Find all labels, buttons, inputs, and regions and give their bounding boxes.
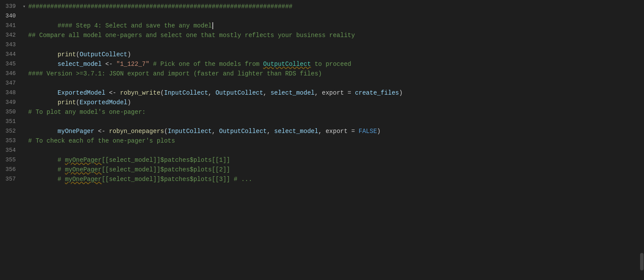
line-content-339: ########################################…	[28, 2, 644, 11]
table-row: 355 # myOnePager[[select_model]]$patches…	[0, 155, 644, 165]
table-row: 354 # myOnePager[[select_model]]$patches…	[0, 146, 644, 155]
table-row: 351 myOnePager <- robyn_onepagers(InputC…	[0, 117, 644, 126]
table-row: 353 # To check each of the one-pager's p…	[0, 136, 644, 146]
table-row: 352	[0, 126, 644, 136]
table-row: 357	[0, 174, 644, 184]
fold-spacer	[23, 88, 26, 98]
line-number-351: 351	[0, 117, 23, 126]
line-number-355: 355	[0, 155, 23, 165]
fold-spacer	[23, 69, 26, 79]
line-number-349: 349	[0, 98, 23, 107]
line-content-342: ## Compare all model one-pagers and sele…	[28, 31, 644, 40]
line-number-341: 341	[0, 21, 23, 31]
fold-spacer-340	[23, 11, 26, 21]
table-row: 344 select_model <- "1_122_7" # Pick one…	[0, 50, 644, 59]
line-number-357: 357	[0, 174, 23, 184]
table-row: 356 # myOnePager[[select_model]]$patches…	[0, 165, 644, 174]
fold-spacer	[23, 31, 26, 40]
line-number-348: 348	[0, 88, 23, 98]
scrollbar-thumb[interactable]	[640, 253, 644, 270]
fold-spacer	[23, 40, 26, 50]
line-number-353: 353	[0, 136, 23, 146]
fold-spacer	[23, 165, 26, 174]
fold-spacer	[23, 126, 26, 136]
table-row: 346 #### Version >=3.7.1: JSON export an…	[0, 69, 644, 79]
fold-spacer	[23, 79, 26, 88]
table-row: 339 ▾ ##################################…	[0, 2, 644, 11]
table-row: 343 print(OutputCollect)	[0, 40, 644, 50]
code-editor[interactable]: 339 ▾ ##################################…	[0, 0, 644, 280]
table-row: 341	[0, 21, 644, 31]
line-number-345: 345	[0, 59, 23, 69]
fold-spacer	[23, 21, 26, 31]
line-number-346: 346	[0, 69, 23, 79]
fold-arrow-339[interactable]: ▾	[23, 2, 26, 11]
table-row: 347 ExportedModel <- robyn_write(InputCo…	[0, 79, 644, 88]
fold-spacer	[23, 98, 26, 107]
table-row: 349	[0, 98, 644, 107]
line-number-356: 356	[0, 165, 23, 174]
table-row: 345	[0, 59, 644, 69]
fold-spacer	[23, 146, 26, 155]
fold-spacer	[23, 59, 26, 69]
fold-spacer	[23, 155, 26, 165]
table-row: 340 #### Step 4: Select and save the any…	[0, 11, 644, 21]
table-row: 342 ## Compare all model one-pagers and …	[0, 31, 644, 40]
line-number-352: 352	[0, 126, 23, 136]
line-number-339: 339	[0, 2, 23, 11]
line-number-343: 343	[0, 40, 23, 50]
scrollbar-track[interactable]	[640, 0, 644, 280]
line-number-350: 350	[0, 107, 23, 117]
fold-spacer	[23, 117, 26, 126]
line-number-340: 340	[0, 11, 23, 21]
line-content-346: #### Version >=3.7.1: JSON export and im…	[28, 69, 644, 79]
fold-spacer	[23, 50, 26, 59]
line-number-342: 342	[0, 31, 23, 40]
line-number-354: 354	[0, 146, 23, 155]
table-row: 350 # To plot any model's one-pager:	[0, 107, 644, 117]
fold-spacer	[23, 107, 26, 117]
line-content-350: # To plot any model's one-pager:	[28, 107, 644, 117]
table-row: 348 print(ExportedModel)	[0, 88, 644, 98]
line-number-344: 344	[0, 50, 23, 59]
fold-spacer	[23, 136, 26, 146]
line-number-347: 347	[0, 79, 23, 88]
fold-spacer	[23, 174, 26, 184]
line-content-353: # To check each of the one-pager's plots	[28, 136, 644, 146]
